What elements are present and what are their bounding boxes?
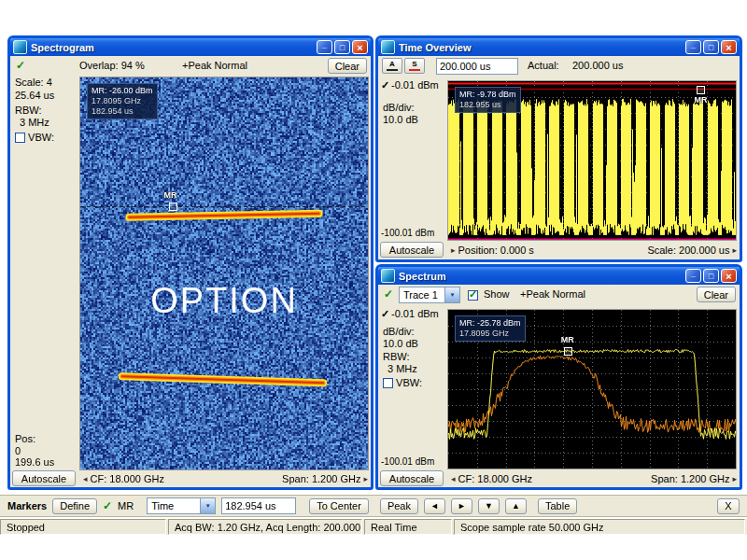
black-underline-icon	[387, 69, 398, 71]
minimize-icon: _	[322, 40, 327, 49]
dbdiv-value: 10.0 dB	[383, 114, 418, 125]
peak-button[interactable]: Peak	[380, 498, 418, 514]
pan-left-icon[interactable]: ◂	[451, 474, 456, 483]
markers-close-button[interactable]: X	[717, 498, 740, 514]
spectrum-enable-check-icon[interactable]: ✓	[384, 288, 393, 300]
peak-higher-button[interactable]: ▲	[505, 498, 527, 514]
spectrogram-titlebar[interactable]: Spectrogram _ □ ×	[10, 38, 371, 56]
top-dbm-label: -0.01 dBm	[391, 308, 439, 319]
analysis-length-input[interactable]	[436, 58, 518, 75]
maximize-icon: □	[709, 43, 713, 52]
clear-button[interactable]: Clear	[697, 287, 736, 302]
show-label: Show	[484, 288, 510, 300]
pan-left-icon[interactable]: ◂	[83, 474, 88, 483]
spectrogram-canvas[interactable]	[80, 77, 368, 469]
time-enable-check-icon[interactable]: ✓	[381, 79, 389, 91]
spectrum-plot[interactable]: MR: -25.78 dBm 17.8095 GHz MR	[447, 309, 737, 469]
acquisition-cell: Acq BW: 1.20 GHz, Acq Length: 200.000 us	[168, 519, 362, 535]
to-center-button[interactable]: To Center	[309, 498, 369, 514]
markers-toolbar: Markers Define ✓ MR Time ▼ To Center Pea…	[0, 495, 747, 517]
spectrum-content: ✓ Trace 1 ▼ ✓ Show +Peak Normal Clear ✓ …	[378, 285, 740, 487]
cf-label: CF: 18.000 GHz	[458, 473, 532, 484]
time-overview-window: Time Overview _ □ × A S Actual: 200.000 …	[375, 35, 742, 262]
spectrogram-content: ✓ Overlap: 94 % +Peak Normal Clear Scale…	[10, 56, 371, 487]
close-icon: ×	[726, 271, 731, 282]
marker-handle[interactable]	[697, 86, 705, 94]
minimize-button[interactable]: _	[685, 269, 701, 283]
marker-power: MR: -25.78 dBm	[459, 318, 521, 329]
time-overview-plot[interactable]: MR: -9.78 dBm 182.955 us MR	[447, 80, 737, 241]
close-button[interactable]: ×	[721, 269, 737, 283]
spectrum-window: Spectrum _ □ × ✓ Trace 1 ▼ ✓ Show +Peak …	[375, 264, 742, 490]
close-button[interactable]: ×	[352, 40, 368, 54]
define-button[interactable]: Define	[52, 498, 97, 514]
spectrum-s-label: S	[412, 61, 416, 68]
marker-handle[interactable]	[169, 203, 177, 211]
cf-label: CF: 18.000 GHz	[91, 473, 164, 484]
maximize-button[interactable]: □	[334, 40, 350, 54]
overlap-label: Overlap: 94 %	[79, 60, 145, 71]
analysis-a-button[interactable]: A	[382, 58, 402, 74]
marker-frequency: 17.8095 GHz	[92, 96, 153, 106]
red-underline-icon	[409, 69, 420, 71]
close-icon: ×	[726, 42, 731, 53]
dbdiv-label: dB/div:	[383, 102, 415, 113]
clear-button[interactable]: Clear	[328, 58, 367, 74]
span-label: Span: 1.200 GHz	[651, 473, 729, 484]
close-icon: ×	[357, 42, 362, 53]
marker-domain-select[interactable]: Time ▼	[147, 497, 216, 514]
mode-cell: Real Time	[364, 519, 452, 535]
spectrogram-window: Spectrogram _ □ × ✓ Overlap: 94 % +Peak …	[7, 35, 374, 490]
spectrum-s-button[interactable]: S	[404, 58, 425, 74]
spectrogram-title: Spectrogram	[31, 42, 315, 53]
peak-left-button[interactable]: ◄	[424, 498, 445, 514]
trace-select-value: Trace 1	[403, 289, 438, 301]
table-button[interactable]: Table	[538, 498, 577, 514]
marker-handle[interactable]	[564, 347, 572, 356]
maximize-button[interactable]: □	[703, 269, 719, 283]
time-overview-titlebar[interactable]: Time Overview _ □ ×	[378, 38, 740, 56]
marker-time: 182.954 us	[92, 106, 153, 117]
rbw-label: RBW:	[15, 105, 42, 116]
rbw-value: 3 MHz	[20, 117, 49, 128]
minimize-button[interactable]: _	[685, 40, 701, 54]
minimize-button[interactable]: _	[317, 40, 332, 54]
spectrum-check-icon[interactable]: ✓	[381, 308, 389, 319]
minimize-icon: _	[691, 40, 696, 49]
pan-right-icon[interactable]: ▸	[732, 474, 737, 483]
marker-power: MR: -26.00 dBm	[92, 86, 153, 96]
pan-right-icon[interactable]: ▸	[732, 245, 737, 255]
vbw-checkbox[interactable]	[383, 378, 393, 388]
spectrum-titlebar[interactable]: Spectrum _ □ ×	[378, 267, 740, 285]
window-icon	[381, 269, 395, 283]
pos-label: Pos:	[15, 433, 35, 444]
marker-enabled-check-icon[interactable]: ✓	[103, 500, 112, 511]
marker-position-input[interactable]	[221, 497, 296, 514]
peak-right-button[interactable]: ►	[451, 498, 472, 514]
marker-domain-value: Time	[151, 500, 174, 511]
spectrogram-plot[interactable]: MR: -26.00 dBm 17.8095 GHz 182.954 us MR…	[79, 77, 369, 470]
pos-value: 0	[15, 445, 21, 456]
actual-label: Actual:	[528, 60, 559, 71]
trace-select[interactable]: Trace 1 ▼	[399, 287, 460, 303]
vbw-checkbox[interactable]	[15, 133, 25, 143]
rbw-value: 3 MHz	[388, 363, 417, 374]
spectrogram-enable-check-icon[interactable]: ✓	[16, 60, 25, 71]
close-button[interactable]: ×	[721, 40, 737, 54]
span-label: Span: 1.200 GHz	[282, 473, 360, 484]
spectrogram-marker-readout: MR: -26.00 dBm 17.8095 GHz 182.954 us	[87, 83, 158, 119]
vbw-label: VBW:	[28, 132, 54, 143]
maximize-icon: □	[709, 272, 713, 281]
vbw-label: VBW:	[396, 377, 422, 388]
dbdiv-label: dB/div:	[383, 326, 415, 337]
detector-mode-label: +Peak Normal	[520, 288, 585, 300]
show-checkbox[interactable]: ✓	[468, 290, 478, 301]
scale-label: Scale: 4	[15, 77, 52, 88]
time-overview-title: Time Overview	[399, 42, 684, 53]
pan-right-icon[interactable]: ▸	[451, 245, 456, 255]
peak-lower-button[interactable]: ▼	[478, 498, 500, 514]
maximize-button[interactable]: □	[703, 40, 719, 54]
dropdown-icon: ▼	[200, 498, 215, 513]
status-bar: Stopped Acq BW: 1.20 GHz, Acq Length: 20…	[0, 519, 747, 535]
pan-right-icon[interactable]: ▸	[363, 474, 368, 483]
